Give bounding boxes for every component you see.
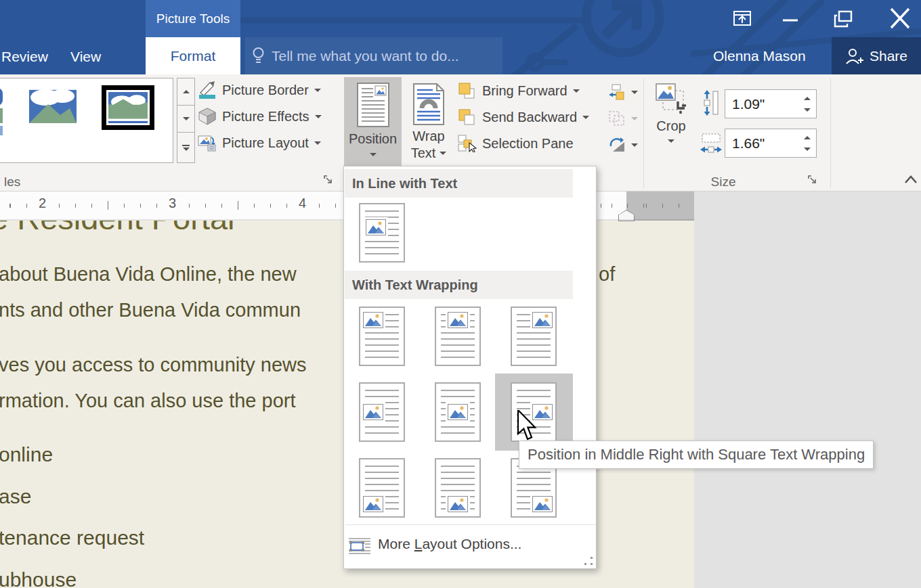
selection-pane-label: Selection Pane bbox=[482, 136, 574, 152]
dropdown-arrow-icon bbox=[668, 139, 674, 143]
align-button[interactable] bbox=[608, 83, 638, 101]
group-button[interactable] bbox=[608, 109, 638, 128]
rotate-icon bbox=[608, 137, 626, 153]
ruler-number: 3 bbox=[166, 196, 179, 211]
style-thumb-black-frame[interactable] bbox=[102, 85, 154, 130]
collapse-ribbon-button[interactable] bbox=[903, 173, 919, 187]
size-group-label: Size bbox=[704, 175, 742, 189]
tooltip: Position in Middle Right with Square Tex… bbox=[519, 440, 874, 469]
mouse-cursor bbox=[517, 410, 540, 441]
position-option-bottom-left[interactable] bbox=[359, 458, 405, 518]
spin-up-icon[interactable] bbox=[804, 136, 811, 139]
position-option-middle-left[interactable] bbox=[359, 382, 405, 442]
tell-me[interactable]: Tell me what you want to do... bbox=[252, 37, 459, 74]
body-line: ves you access to community news bbox=[0, 354, 307, 376]
body-line: about Buena Vida Online, the new bbox=[0, 263, 297, 286]
height-spinner[interactable] bbox=[804, 97, 811, 112]
width-value: 1.66" bbox=[732, 135, 765, 152]
position-button[interactable]: Position bbox=[344, 77, 402, 166]
position-option-top-center[interactable] bbox=[435, 307, 481, 366]
picture-effects-button[interactable]: Picture Effects bbox=[198, 107, 322, 126]
ruler-number: 4 bbox=[296, 196, 309, 211]
position-option-inline[interactable] bbox=[359, 203, 405, 263]
close-button[interactable] bbox=[886, 5, 914, 31]
section-header-inline: In Line with Text bbox=[345, 169, 573, 198]
bring-forward-button[interactable]: Bring Forward bbox=[458, 81, 580, 100]
picture-layout-label: Picture Layout bbox=[222, 135, 309, 151]
size-dialog-launcher[interactable] bbox=[807, 175, 819, 186]
rotate-button[interactable] bbox=[608, 135, 638, 154]
person-plus-icon bbox=[845, 47, 864, 65]
more-layout-options-item[interactable]: More Layout Options... bbox=[344, 529, 596, 564]
position-option-top-left[interactable] bbox=[359, 307, 405, 366]
shape-height-icon bbox=[702, 90, 719, 116]
send-backward-button[interactable]: Send Backward bbox=[458, 108, 589, 127]
ruler-ticks bbox=[626, 204, 694, 208]
spin-down-icon[interactable] bbox=[804, 108, 811, 112]
position-option-bottom-center[interactable] bbox=[435, 458, 481, 518]
down-arrow-icon bbox=[183, 148, 190, 151]
picture-effects-label: Picture Effects bbox=[222, 109, 309, 125]
title-bar: Picture Tools Review View Format Tell me… bbox=[0, 0, 921, 74]
align-icon bbox=[608, 84, 626, 100]
tab-review[interactable]: Review bbox=[1, 49, 48, 65]
resize-grip[interactable] bbox=[584, 557, 593, 565]
ruler-halftick bbox=[108, 201, 108, 210]
more-bar-icon bbox=[182, 145, 190, 146]
dropdown-arrow-icon bbox=[631, 117, 638, 120]
list-item: ase bbox=[0, 485, 31, 508]
picture-border-button[interactable]: Picture Border bbox=[198, 81, 321, 99]
picture-tools-context-label: Picture Tools bbox=[146, 0, 240, 37]
body-line: nts and other Buena Vida commun bbox=[0, 299, 301, 321]
bring-forward-icon bbox=[458, 82, 477, 99]
minimize-button[interactable] bbox=[779, 9, 802, 29]
tab-format[interactable]: Format bbox=[146, 37, 240, 74]
dropdown-arrow-icon bbox=[314, 141, 321, 145]
gallery-scroll-up-button[interactable] bbox=[177, 78, 195, 106]
tab-view[interactable]: View bbox=[70, 49, 101, 65]
wrap-text-button[interactable]: Wrap Text bbox=[404, 77, 453, 166]
tell-me-placeholder: Tell me what you want to do... bbox=[272, 48, 459, 64]
more-layout-options-label: More Layout Options... bbox=[378, 536, 521, 552]
style-thumb-partial[interactable] bbox=[0, 108, 3, 123]
ribbon-display-options-button[interactable] bbox=[730, 9, 754, 29]
list-item: online bbox=[0, 443, 53, 466]
gallery-scroll-down-button[interactable] bbox=[177, 105, 195, 133]
image-placeholder-icon bbox=[366, 219, 386, 235]
restore-button[interactable] bbox=[832, 7, 857, 30]
selection-pane-button[interactable]: Selection Pane bbox=[458, 134, 574, 153]
gallery-more-button[interactable] bbox=[177, 132, 195, 163]
lightbulb-icon bbox=[252, 47, 265, 65]
share-button[interactable]: Share bbox=[832, 37, 921, 74]
style-thumb-partial[interactable] bbox=[0, 88, 3, 106]
height-value: 1.09" bbox=[732, 96, 765, 112]
group-divider bbox=[643, 78, 644, 188]
up-arrow-icon bbox=[183, 90, 190, 93]
spin-down-icon[interactable] bbox=[804, 148, 811, 151]
spin-up-icon[interactable] bbox=[804, 97, 811, 100]
menu-divider bbox=[345, 524, 596, 525]
send-backward-icon bbox=[458, 108, 477, 126]
crop-label: Crop bbox=[656, 118, 685, 134]
style-thumb-soft-edge[interactable] bbox=[25, 87, 81, 131]
position-gallery-menu: In Line with Text With Text Wrapping bbox=[343, 166, 597, 569]
height-field[interactable]: 1.09" bbox=[725, 89, 817, 118]
picture-styles-dialog-launcher[interactable] bbox=[323, 175, 335, 186]
width-spinner[interactable] bbox=[804, 136, 811, 151]
group-divider bbox=[830, 78, 831, 188]
body-line: rmation. You can also use the port bbox=[0, 390, 296, 412]
wrap-text-label-1: Wrap bbox=[412, 129, 444, 144]
group-icon bbox=[608, 110, 626, 127]
dropdown-arrow-icon bbox=[573, 89, 580, 93]
ruler-ticks bbox=[599, 204, 626, 208]
position-option-middle-center[interactable] bbox=[435, 382, 481, 442]
position-option-top-right[interactable] bbox=[511, 307, 557, 366]
layout-options-icon bbox=[349, 537, 370, 555]
position-icon bbox=[357, 83, 389, 127]
wrap-text-icon bbox=[412, 83, 445, 126]
down-arrow-icon bbox=[183, 117, 190, 120]
picture-layout-button[interactable]: Picture Layout bbox=[198, 133, 321, 152]
width-field[interactable]: 1.66" bbox=[725, 129, 817, 158]
crop-button[interactable]: Crop bbox=[649, 77, 693, 166]
style-thumb-partial[interactable] bbox=[0, 126, 3, 135]
